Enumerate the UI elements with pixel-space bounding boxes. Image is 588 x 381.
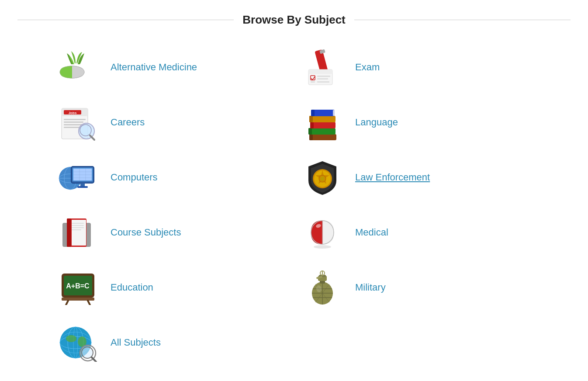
education-label: Education <box>111 282 153 293</box>
header-line-right <box>354 20 571 20</box>
svg-rect-66 <box>308 128 312 135</box>
svg-rect-65 <box>308 128 336 135</box>
svg-rect-69 <box>309 116 336 122</box>
svg-rect-33 <box>72 225 84 226</box>
svg-rect-63 <box>309 134 336 140</box>
svg-rect-30 <box>67 218 71 247</box>
all-subjects-icon <box>58 323 97 362</box>
subject-careers[interactable]: Jobs Careers <box>49 95 294 150</box>
svg-point-12 <box>80 125 91 136</box>
careers-label: Careers <box>111 117 145 128</box>
medical-icon <box>303 213 342 252</box>
svg-rect-59 <box>311 81 315 83</box>
svg-text:Jobs: Jobs <box>68 111 76 115</box>
military-label: Military <box>355 282 386 293</box>
svg-rect-64 <box>309 134 313 140</box>
svg-rect-61 <box>317 78 328 80</box>
svg-rect-39 <box>62 298 94 301</box>
computers-icon <box>58 158 97 197</box>
page-title: Browse By Subject <box>242 13 346 27</box>
header-line-left <box>17 20 234 20</box>
right-column: Exam <box>294 40 539 370</box>
svg-rect-67 <box>310 122 336 128</box>
medical-label: Medical <box>355 227 388 238</box>
svg-rect-20 <box>73 169 92 180</box>
svg-text:A+B=C: A+B=C <box>66 282 90 290</box>
svg-rect-62 <box>317 81 329 83</box>
left-column: Alternative Medicine Jobs <box>49 40 294 370</box>
svg-rect-71 <box>311 110 335 116</box>
alternative-medicine-icon <box>58 48 97 87</box>
svg-rect-57 <box>308 69 332 74</box>
subject-course-subjects[interactable]: Course Subjects <box>49 205 294 260</box>
subject-medical[interactable]: Medical <box>294 205 539 260</box>
svg-rect-34 <box>72 227 84 228</box>
subject-military[interactable]: Military <box>294 260 539 315</box>
course-subjects-icon <box>58 213 97 252</box>
course-subjects-label: Course Subjects <box>111 227 181 238</box>
svg-rect-10 <box>64 127 81 128</box>
subject-computers[interactable]: Computers <box>49 150 294 205</box>
svg-rect-27 <box>77 186 88 188</box>
svg-point-82 <box>314 245 331 249</box>
alternative-medicine-label: Alternative Medicine <box>111 62 197 73</box>
svg-rect-7 <box>64 119 86 120</box>
svg-rect-72 <box>311 110 315 116</box>
law-enforcement-icon <box>303 158 342 197</box>
exam-label: Exam <box>355 62 380 73</box>
language-label: Language <box>355 117 398 128</box>
subject-education[interactable]: A+B=C Education <box>49 260 294 315</box>
careers-icon: Jobs <box>58 103 97 142</box>
law-enforcement-label: Law Enforcement <box>355 172 430 183</box>
language-icon <box>303 103 342 142</box>
svg-rect-8 <box>64 121 83 123</box>
svg-point-50 <box>82 347 93 358</box>
svg-point-47 <box>66 335 76 342</box>
computers-label: Computers <box>111 172 158 183</box>
svg-rect-73 <box>333 110 335 116</box>
svg-line-40 <box>66 301 68 305</box>
svg-rect-70 <box>309 116 313 122</box>
all-subjects-label: All Subjects <box>111 337 161 348</box>
svg-rect-26 <box>80 183 85 187</box>
page-header: Browse By Subject <box>0 0 588 35</box>
subject-exam[interactable]: Exam <box>294 40 539 95</box>
subject-language[interactable]: Language <box>294 95 539 150</box>
education-icon: A+B=C <box>58 268 97 307</box>
exam-icon <box>303 48 342 87</box>
svg-point-78 <box>320 177 325 181</box>
subjects-grid: Alternative Medicine Jobs <box>32 35 556 374</box>
military-icon <box>303 268 342 307</box>
svg-rect-68 <box>310 122 314 128</box>
subject-all-subjects[interactable]: All Subjects <box>49 315 294 370</box>
svg-line-41 <box>88 301 90 305</box>
svg-rect-60 <box>317 76 330 77</box>
subject-law-enforcement[interactable]: Law Enforcement <box>294 150 539 205</box>
subject-alternative-medicine[interactable]: Alternative Medicine <box>49 40 294 95</box>
svg-rect-35 <box>72 229 81 230</box>
svg-rect-32 <box>72 223 84 224</box>
